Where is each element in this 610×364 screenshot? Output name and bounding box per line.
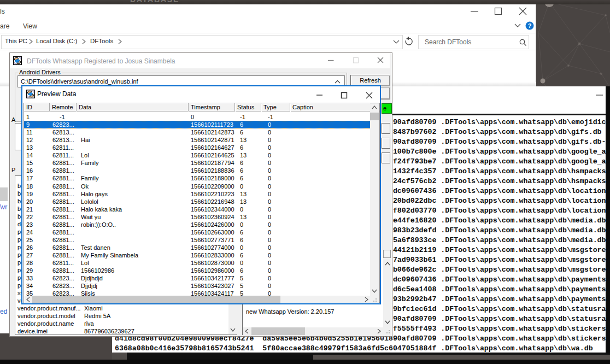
svg-text:?: ? (528, 22, 532, 29)
